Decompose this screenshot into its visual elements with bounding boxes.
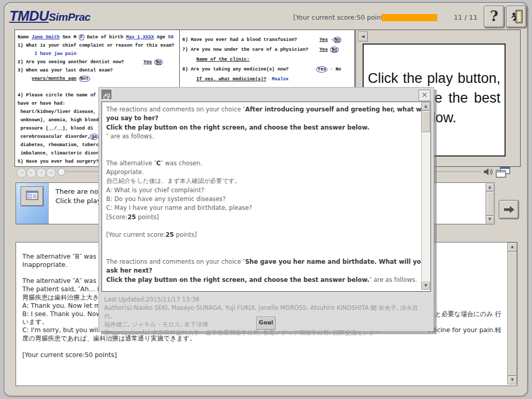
text-line: [Score:25 points]	[106, 213, 409, 222]
text-line: 7) Are you now under the care of a physi…	[182, 45, 352, 55]
scroll-down-icon[interactable]: ▼	[486, 216, 494, 223]
text-line: Organization(s):東京医科歯科大学 歯学教育開発学分野, 教育メデ…	[104, 329, 425, 337]
close-button[interactable]: ×	[419, 90, 430, 101]
app-logo: TMDUSimPrac	[9, 8, 91, 24]
dialog-text: The reactions and comments on your choic…	[106, 105, 409, 284]
scroll-down-icon[interactable]: ▼	[422, 282, 430, 290]
text-line: Click the play button,	[368, 68, 500, 88]
text-line: you say to her?	[106, 114, 409, 123]
application-window: TMDUSimPrac [Your current score:50 point…	[0, 0, 532, 399]
text-line: C: May I have your name and birthdate, p…	[106, 204, 409, 212]
text-line: [Your current score:25 points]	[106, 231, 409, 239]
scroll-up-icon[interactable]: ▲	[422, 103, 430, 110]
app-logo-tmdu: TMDU	[9, 8, 49, 24]
text-line: 自己紹介をした後は、まず本人確認が必要です。	[106, 177, 409, 186]
text-line: The alternative ″C″ was chosen.	[106, 159, 409, 168]
transcript-scrollbar-thumb[interactable]	[508, 251, 517, 376]
exit-door-icon	[510, 16, 523, 26]
text-line: Name Jane Smith Sex M F Date of birth Ma…	[18, 33, 177, 41]
text-line: 6) Have you ever had a blood transfusion…	[182, 35, 352, 45]
text-line: Last Updated:2015/11/17 13:38	[104, 295, 425, 304]
text-line	[106, 141, 409, 150]
progress-bar	[382, 14, 437, 21]
text-line	[22, 343, 501, 351]
message-scrollbar-thumb[interactable]	[486, 191, 494, 216]
cascade-windows-button[interactable]	[496, 166, 510, 178]
text-line: Name of the clinic:	[182, 55, 352, 65]
popout-window-button[interactable]	[102, 90, 111, 99]
rewind-button[interactable]: |◄	[17, 168, 26, 178]
message-icon-cell	[16, 183, 49, 224]
popout-window-icon	[104, 92, 110, 102]
text-line	[106, 239, 409, 248]
scroll-down-icon[interactable]: ▼	[508, 376, 517, 384]
detach-message-button[interactable]	[21, 187, 44, 206]
text-line: 8) Are you taking any medicine(s) now? Y…	[182, 65, 352, 75]
text-line: Click the play button on the right scree…	[106, 276, 409, 284]
dialog-scrollbar-thumb[interactable]	[422, 110, 430, 132]
transcript-scrollbar[interactable]: ▲ ▼	[507, 243, 517, 384]
text-line	[106, 222, 409, 231]
progress-count: 11 / 11	[454, 13, 478, 21]
text-line: The reactions and comments on your choic…	[106, 105, 409, 114]
text-line	[106, 249, 409, 258]
volume-icon[interactable]	[483, 167, 494, 178]
seek-slider-thumb[interactable]	[57, 168, 65, 176]
text-line: Click the play button on the right scree…	[106, 123, 409, 132]
scroll-up-icon[interactable]: ▲	[486, 183, 494, 191]
play-button[interactable]: ►	[26, 168, 36, 178]
next-arrow-icon	[504, 206, 515, 216]
exit-button[interactable]	[506, 6, 527, 28]
text-line: 3) When was your last dental exam?	[18, 66, 177, 75]
text-line: years/months ago Not	[18, 75, 177, 83]
feedback-dialog: × The reactions and comments on your cho…	[98, 87, 434, 332]
questionnaire-right-column: 6) Have you ever had a blood transfusion…	[182, 35, 352, 84]
cascade-windows-icon	[496, 170, 510, 180]
next-button[interactable]	[499, 200, 519, 219]
scroll-up-icon[interactable]: ▲	[508, 243, 517, 251]
text-line: Appropriate.	[106, 168, 409, 177]
text-line: A: What is your chief complaint?	[106, 186, 409, 195]
text-line: ask her next?	[106, 266, 409, 275]
text-line: [Your current score:50 points]	[22, 351, 501, 360]
help-button[interactable]: ?	[484, 6, 505, 28]
message-scrollbar[interactable]: ▲ ▼	[485, 183, 494, 223]
slide-card-icon	[26, 192, 38, 202]
pause-button[interactable]: ‖	[36, 168, 46, 178]
goal-button[interactable]: Goal	[256, 317, 276, 330]
text-line: ″ are as follows.	[106, 132, 409, 141]
text-line: I have jaw pain	[18, 50, 177, 58]
forward-button[interactable]: ►|	[46, 168, 56, 178]
text-line: 2) Are you seeing another dentist now? Y…	[18, 58, 177, 66]
text-line: B: Do you have any systemic diseases?	[106, 195, 409, 204]
app-logo-simprac: SimPrac	[49, 11, 91, 23]
text-line: 1) What is your chief complaint or reaso…	[18, 41, 177, 50]
dialog-textarea: The reactions and comments on your choic…	[102, 102, 431, 292]
back-button[interactable]: ◄	[358, 32, 368, 41]
dialog-credits: Last Updated:2015/11/17 13:38Author(s):N…	[104, 295, 425, 337]
text-line: If yes, what medicine(s)? Maalox	[182, 75, 352, 84]
text-line	[106, 150, 409, 159]
current-score-label: [Your current score:50 points]	[293, 13, 390, 21]
text-line: The reactions and comments on your choic…	[106, 258, 409, 266]
dialog-scrollbar[interactable]: ▲ ▼	[421, 103, 430, 290]
